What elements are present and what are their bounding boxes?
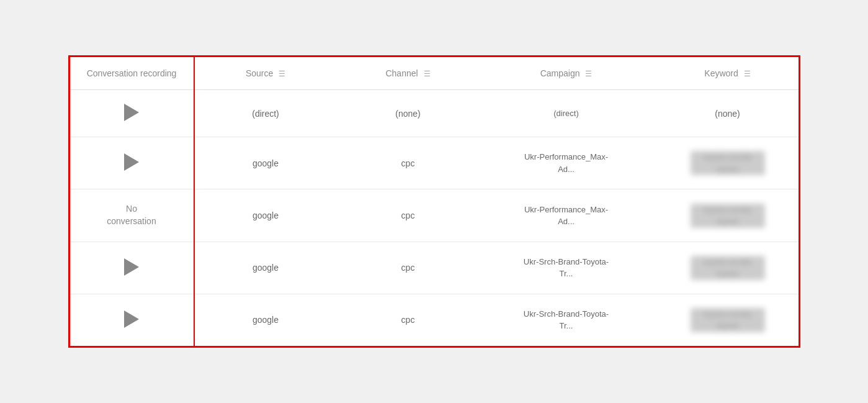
campaign-cell-2: Ukr-Performance_Max-Ad... <box>480 137 653 189</box>
campaign-value-4: Ukr-Srch-Brand-Toyota-Tr... <box>524 257 609 279</box>
col-header-campaign-label: Campaign <box>540 68 580 78</box>
campaign-cell-5: Ukr-Srch-Brand-Toyota-Tr... <box>480 294 653 346</box>
channel-value-3: cpc <box>401 211 415 220</box>
keyword-value-1: (none) <box>715 109 740 119</box>
channel-cell-3: cpc <box>337 189 480 242</box>
keyword-cell-1: (none) <box>653 90 800 137</box>
source-value-3: google <box>253 211 279 220</box>
col-header-channel[interactable]: Channel ☰ <box>337 57 480 90</box>
source-filter-icon[interactable]: ☰ <box>279 70 285 78</box>
channel-value-4: cpc <box>401 263 415 273</box>
channel-value-2: cpc <box>401 158 415 168</box>
col-header-source-label: Source <box>246 68 273 78</box>
keyword-filter-icon[interactable]: ☰ <box>744 70 751 78</box>
campaign-value-2: Ukr-Performance_Max-Ad... <box>524 152 608 174</box>
source-cell-3: google <box>194 189 337 242</box>
channel-filter-icon[interactable]: ☰ <box>424 70 431 78</box>
data-table: Conversation recording Source ☰ Channel … <box>70 57 800 345</box>
keyword-blurred-3: toyota corollatoyota <box>691 204 765 228</box>
source-cell-2: google <box>194 137 337 189</box>
channel-cell-1: (none) <box>337 90 480 137</box>
source-cell-4: google <box>194 242 337 294</box>
col-header-keyword[interactable]: Keyword ☰ <box>653 57 800 90</box>
table-row: google cpc Ukr-Srch-Brand-Toyota-Tr... t… <box>70 242 800 294</box>
table-container: Conversation recording Source ☰ Channel … <box>68 55 800 347</box>
table-row: google cpc Ukr-Srch-Brand-Toyota-Tr... t… <box>70 294 800 346</box>
campaign-value-3: Ukr-Performance_Max-Ad... <box>524 205 608 227</box>
source-value-1: (direct) <box>252 109 279 119</box>
play-button-5[interactable] <box>124 310 139 328</box>
campaign-filter-icon[interactable]: ☰ <box>585 70 592 78</box>
table-header-row: Conversation recording Source ☰ Channel … <box>70 57 800 90</box>
no-conversation-label-3: Noconversation <box>107 204 156 226</box>
keyword-cell-3: toyota corollatoyota <box>653 189 800 242</box>
col-header-campaign[interactable]: Campaign ☰ <box>480 57 653 90</box>
channel-value-1: (none) <box>395 109 420 119</box>
table-row: google cpc Ukr-Performance_Max-Ad... toy… <box>70 137 800 189</box>
table-row: (direct) (none) (direct) (none) <box>70 90 800 137</box>
play-button-2[interactable] <box>124 153 139 171</box>
campaign-value-1: (direct) <box>553 109 578 118</box>
col-header-keyword-label: Keyword <box>704 68 738 78</box>
source-value-2: google <box>253 158 279 168</box>
keyword-blurred-4: toyota corollatoyota <box>691 256 765 280</box>
keyword-cell-2: toyota corollatoyota <box>653 137 800 189</box>
channel-value-5: cpc <box>401 315 415 325</box>
play-button-4[interactable] <box>124 258 139 276</box>
col-header-channel-label: Channel <box>385 68 418 78</box>
source-value-5: google <box>253 315 279 325</box>
recording-cell-1 <box>70 90 194 137</box>
channel-cell-2: cpc <box>337 137 480 189</box>
source-value-4: google <box>253 263 279 273</box>
recording-cell-4 <box>70 242 194 294</box>
channel-cell-5: cpc <box>337 294 480 346</box>
col-header-source[interactable]: Source ☰ <box>194 57 337 90</box>
source-cell-1: (direct) <box>194 90 337 137</box>
keyword-blurred-2: toyota corollatoyota <box>691 151 765 175</box>
table-row: Noconversation google cpc Ukr-Performanc… <box>70 189 800 242</box>
recording-cell-3: Noconversation <box>70 189 194 242</box>
col-header-recording-label: Conversation recording <box>87 68 177 78</box>
recording-cell-2 <box>70 137 194 189</box>
campaign-cell-3: Ukr-Performance_Max-Ad... <box>480 189 653 242</box>
keyword-blurred-5: toyota corollatoyota <box>691 308 765 332</box>
recording-cell-5 <box>70 294 194 346</box>
channel-cell-4: cpc <box>337 242 480 294</box>
keyword-cell-4: toyota corollatoyota <box>653 242 800 294</box>
campaign-value-5: Ukr-Srch-Brand-Toyota-Tr... <box>524 309 609 331</box>
source-cell-5: google <box>194 294 337 346</box>
col-header-recording: Conversation recording <box>70 57 194 90</box>
campaign-cell-1: (direct) <box>480 90 653 137</box>
campaign-cell-4: Ukr-Srch-Brand-Toyota-Tr... <box>480 242 653 294</box>
play-button-1[interactable] <box>124 104 139 121</box>
keyword-cell-5: toyota corollatoyota <box>653 294 800 346</box>
